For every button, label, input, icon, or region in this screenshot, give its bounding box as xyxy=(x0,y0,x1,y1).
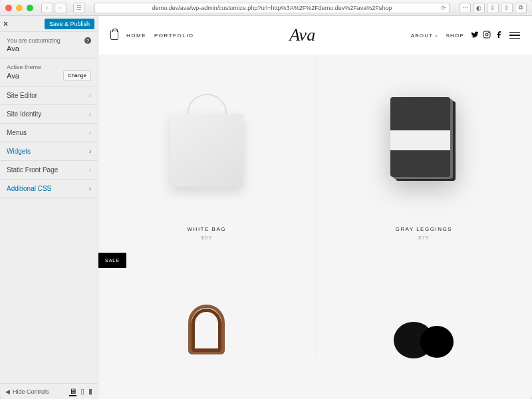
active-theme-name: Ava xyxy=(7,72,19,80)
svg-point-2 xyxy=(489,33,489,33)
close-window-button[interactable] xyxy=(5,5,12,11)
svg-point-1 xyxy=(485,33,488,36)
device-tablet-button[interactable]: ▯ xyxy=(80,387,84,396)
facebook-icon[interactable] xyxy=(495,31,503,40)
chevron-right-icon: › xyxy=(89,166,91,174)
customizer-sidebar: × Save & Publish You are customizing ? A… xyxy=(0,16,98,399)
chevron-down-icon: ⌄ xyxy=(434,33,439,38)
twitter-icon[interactable] xyxy=(471,31,479,40)
close-customizer-button[interactable]: × xyxy=(3,19,8,29)
change-theme-button[interactable]: Change xyxy=(63,70,91,80)
active-theme-label: Active theme xyxy=(7,64,91,70)
section-site-identity[interactable]: Site Identity› xyxy=(0,105,98,124)
nav-portfolio[interactable]: PORTFOLIO xyxy=(154,33,194,39)
site-preview: HOME PORTFOLIO Ava ABOUT⌄ SHOP xyxy=(98,16,532,399)
instagram-icon[interactable] xyxy=(483,31,491,40)
customizing-target: Ava xyxy=(7,45,91,53)
chevron-right-icon: › xyxy=(89,110,91,118)
menu-toggle-button[interactable] xyxy=(509,32,520,39)
site-header: HOME PORTFOLIO Ava ABOUT⌄ SHOP xyxy=(98,16,532,55)
product-title: WHITE BAG xyxy=(188,226,226,232)
sale-badge: SALE xyxy=(98,253,126,268)
back-button[interactable]: ‹ xyxy=(41,3,53,13)
collapse-icon: ◀ xyxy=(5,388,10,395)
product-price: $69 xyxy=(188,235,226,241)
product-image xyxy=(180,253,233,359)
section-static-front-page[interactable]: Static Front Page› xyxy=(0,161,98,180)
section-menus[interactable]: Menus› xyxy=(0,124,98,142)
product-card[interactable]: GRAY LEGGINGS $79 xyxy=(316,55,533,253)
product-card[interactable]: SALE xyxy=(98,253,315,359)
help-icon[interactable]: ? xyxy=(84,37,91,44)
product-image xyxy=(394,253,454,359)
url-bar[interactable]: demo.dev/ava/wp-admin/customize.php?url=… xyxy=(94,3,450,13)
product-image xyxy=(170,55,243,226)
sidebar-toggle-button[interactable]: ☰ xyxy=(73,3,85,13)
chevron-right-icon: › xyxy=(89,92,91,99)
chevron-right-icon: › xyxy=(89,129,91,136)
device-mobile-button[interactable]: ▮ xyxy=(88,387,92,396)
product-card[interactable]: WHITE BAG $69 xyxy=(98,55,315,253)
downloads-button[interactable]: ⇩ xyxy=(487,3,499,13)
minimize-window-button[interactable] xyxy=(16,5,23,11)
section-widgets[interactable]: Widgets› xyxy=(0,142,98,161)
nav-home[interactable]: HOME xyxy=(126,33,146,39)
window-controls xyxy=(5,5,33,11)
product-card[interactable] xyxy=(316,253,533,359)
refresh-icon[interactable]: ⟳ xyxy=(441,5,446,11)
save-publish-button[interactable]: Save & Publish xyxy=(45,19,94,29)
section-additional-css[interactable]: Additional CSS› xyxy=(0,180,98,198)
browser-titlebar: ‹ › ☰ demo.dev/ava/wp-admin/customize.ph… xyxy=(0,0,532,16)
forward-button[interactable]: › xyxy=(55,3,66,13)
site-logo[interactable]: Ava xyxy=(289,25,315,45)
customizing-label: You are customizing xyxy=(7,37,61,44)
customizer-sections-list: Site Editor› Site Identity› Menus› Widge… xyxy=(0,86,98,198)
product-title: GRAY LEGGINGS xyxy=(396,226,452,232)
nav-about[interactable]: ABOUT⌄ xyxy=(411,33,440,39)
device-desktop-button[interactable]: 🖥 xyxy=(69,387,76,396)
chevron-right-icon: › xyxy=(89,148,91,155)
product-image xyxy=(390,55,457,226)
tabs-button[interactable]: ⧉ xyxy=(515,3,527,13)
share-button[interactable]: ⇧ xyxy=(501,3,513,13)
reader-button[interactable]: ⋯ xyxy=(459,3,471,13)
section-site-editor[interactable]: Site Editor› xyxy=(0,86,98,105)
url-text: demo.dev/ava/wp-admin/customize.php?url=… xyxy=(152,5,392,11)
chevron-right-icon: › xyxy=(89,185,91,192)
maximize-window-button[interactable] xyxy=(27,5,33,11)
cart-icon[interactable] xyxy=(110,31,118,40)
onepassword-button[interactable]: ◐ xyxy=(473,3,485,13)
hide-controls-button[interactable]: ◀ Hide Controls xyxy=(5,388,49,395)
product-price: $79 xyxy=(396,235,452,241)
nav-shop[interactable]: SHOP xyxy=(446,33,464,39)
